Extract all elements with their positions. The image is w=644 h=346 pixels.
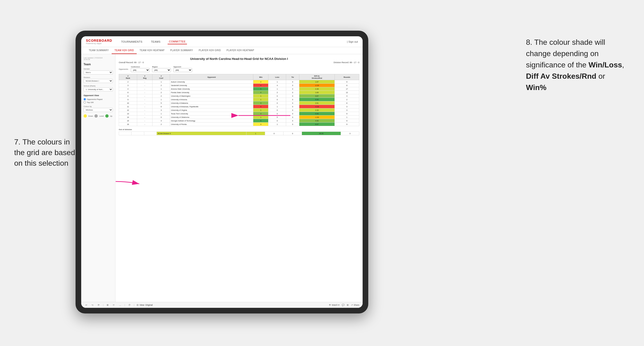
cell-2-5: 1 (268, 87, 286, 91)
view-icon: ⊡ (137, 304, 138, 306)
more-button[interactable]: … (118, 303, 122, 307)
timestamp: Last Updated: 27/03/202416:55:38 (84, 57, 113, 60)
sign-out-button[interactable]: | Sign out (347, 40, 358, 43)
col-tie: Tie (286, 74, 299, 80)
col-opponent: Opponent (170, 74, 253, 80)
legend-level-label: Level (99, 115, 104, 117)
col-conf: #Conf (152, 74, 170, 80)
cell-1-3: Vanderbilt University (170, 84, 253, 87)
cell-2-7: 2.28 (299, 87, 334, 91)
cell-8-6: 0 (286, 108, 299, 112)
table-row: 3-2Vanderbilt University040-2.298 (119, 84, 359, 87)
cell-6-1: - (137, 101, 152, 105)
redo-button[interactable]: ↪ (91, 303, 94, 307)
cell-0-5: 1 (268, 80, 286, 84)
cell-0-3: Auburn University (170, 80, 253, 84)
share-button[interactable]: ↗ Share (351, 304, 359, 306)
ood-loss: 0 (265, 132, 283, 135)
refresh-button[interactable]: ⟳ (97, 303, 100, 307)
division-select[interactable]: NCAA Division I (84, 79, 113, 83)
radio-top-100[interactable]: Top 100 (84, 101, 113, 103)
division-record: Division Record: 88 - 17 - 0 (334, 61, 359, 64)
colour-by-select[interactable]: Win/loss (84, 108, 113, 112)
undo-button[interactable]: ↩ (84, 303, 88, 307)
gender-select[interactable]: Men's (84, 70, 113, 74)
cut-button[interactable]: ✂ (112, 303, 116, 307)
table-row: 13-1Texas Tech University3005.569 (119, 112, 359, 116)
cell-9-7: 5.56 (299, 112, 334, 116)
cell-3-4: 4 (253, 91, 268, 94)
opponent-select[interactable]: (All) (173, 68, 192, 72)
h2h-table: #Rank #Reg #Conf Opponent Win Loss Tie D… (119, 74, 359, 126)
cell-12-4: 3 (253, 123, 268, 126)
cell-5-4: 1 (253, 98, 268, 101)
table-row: 12-3University of Virginia1002.333 (119, 108, 359, 112)
cell-7-6: 0 (286, 105, 299, 108)
cell-9-0: 13 (119, 112, 137, 116)
opponent-filter: Opponent (All) (173, 66, 192, 72)
cell-0-6: 0 (286, 80, 299, 84)
cell-6-8: 8 (334, 101, 359, 105)
eye-icon: 👁 (329, 304, 331, 306)
cell-11-5: 0 (268, 119, 286, 123)
cell-10-7: -1.00 (299, 116, 334, 119)
comment-button[interactable]: 💬 (342, 304, 344, 306)
cell-4-5: 0 (268, 94, 286, 98)
comment-icon: 💬 (342, 304, 344, 306)
grid-view-button[interactable]: ⊞ (347, 304, 349, 306)
cell-6-5: 0 (268, 101, 286, 105)
legend-down-dot (84, 114, 87, 118)
radio-opponents-played[interactable]: Opponents Played (84, 98, 113, 100)
cell-5-5: 0 (268, 98, 286, 101)
cell-1-2: 2 (152, 84, 170, 87)
sub-nav-team-h2h-heatmap[interactable]: TEAM H2H HEATMAP (137, 47, 167, 54)
grid-title: University of North Carolina Head-to-Hea… (119, 57, 359, 61)
cell-5-7: 9.00 (299, 98, 334, 101)
cell-1-0: 3 (119, 84, 137, 87)
nav-committee[interactable]: COMMITTEE (168, 39, 187, 44)
cell-4-2: 2 (152, 94, 170, 98)
nav-bar: SCOREBOARD Powered by clippd TOURNAMENTS… (81, 36, 362, 47)
cell-7-4: 0 (253, 105, 268, 108)
cell-2-6: 0 (286, 87, 299, 91)
sub-nav-team-summary[interactable]: TEAM SUMMARY (86, 47, 112, 54)
cell-2-8: 17 (334, 87, 359, 91)
table-row: 14-0University of Oklahoma100-1.001 (119, 116, 359, 119)
ood-conf (144, 132, 156, 135)
table-row: 4-1Arizona State University5102.2817 (119, 87, 359, 91)
table-row: 15-4Georgia Institute of Technology5004.… (119, 119, 359, 123)
ood-division: NCAA Division II (157, 132, 246, 135)
school-select[interactable]: 1. University of Nort... (84, 87, 113, 91)
nav-teams[interactable]: TEAMS (150, 39, 162, 44)
view-original-button[interactable]: ⊡ View: Original (137, 304, 152, 306)
cell-12-8: 9 (334, 123, 359, 126)
cell-11-6: 0 (286, 119, 299, 123)
sub-nav-team-h2h-grid[interactable]: TEAM H2H GRID (112, 47, 137, 54)
sub-nav-player-h2h-heatmap[interactable]: PLAYER H2H HEATMAP (224, 47, 257, 54)
sub-nav-player-h2h-grid[interactable]: PLAYER H2H GRID (196, 47, 224, 54)
cell-11-7: 4.50 (299, 119, 334, 123)
bottom-toolbar: ↩ ↪ ⟳ | ⊞ ✂ … | ⏱ | ⊡ View: Original 👁 W… (81, 302, 362, 308)
out-of-division-row: NCAA Division II 1 0 0 26.00 3 (119, 132, 359, 135)
region-select[interactable]: (All) (152, 68, 171, 72)
cell-9-6: 0 (286, 112, 299, 116)
cell-10-5: 0 (268, 116, 286, 119)
cell-9-4: 3 (253, 112, 268, 116)
sub-nav-player-summary[interactable]: PLAYER SUMMARY (167, 47, 196, 54)
region-filter: Region (All) (152, 66, 171, 72)
cell-1-7: -2.29 (299, 84, 334, 87)
table-row: 11-6University of Arkansas, Fayetteville… (119, 105, 359, 108)
watch-button[interactable]: 👁 Watch ▾ (329, 304, 340, 306)
timer-button[interactable]: ⏱ (128, 303, 132, 307)
cell-11-3: Georgia Institute of Technology (170, 119, 253, 123)
cell-4-8: 3 (334, 94, 359, 98)
opponents-filter-label: Opponents: (119, 68, 128, 70)
cell-8-8: 3 (334, 108, 359, 112)
cell-6-7: 2.61 (299, 101, 334, 105)
grid-button[interactable]: ⊞ (106, 303, 110, 307)
cell-7-1: - (137, 105, 152, 108)
conference-select[interactable]: (All) (131, 68, 150, 72)
nav-tournaments[interactable]: TOURNAMENTS (120, 39, 144, 44)
cell-4-3: University of Washington (170, 94, 253, 98)
left-panel: Last Updated: 27/03/202416:55:38 Team Ge… (81, 54, 116, 302)
